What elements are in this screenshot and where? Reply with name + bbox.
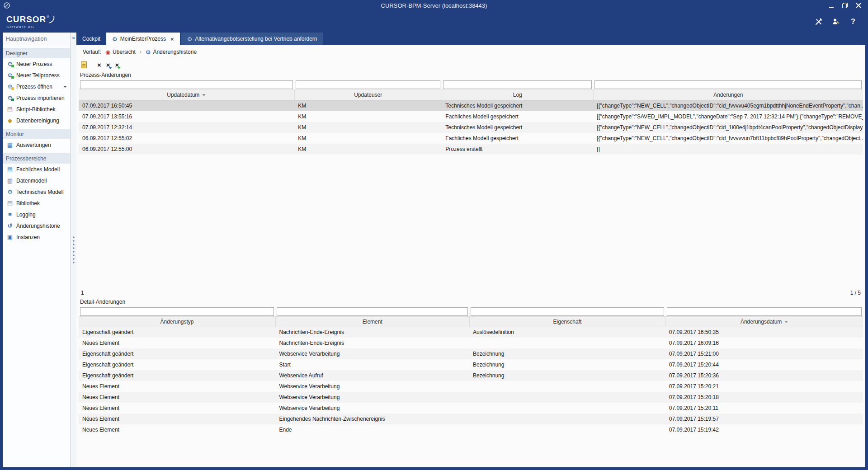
- pagination-bar: 1 1 / 5: [79, 288, 863, 297]
- logo-swoosh-icon: [48, 15, 56, 24]
- technical-model-icon: ⚙: [6, 189, 14, 195]
- process-tab-icon: ⚙: [187, 36, 193, 42]
- tab-meinersterprozess[interactable]: ⚙ MeinErsterProzess ×: [106, 33, 180, 45]
- filter-input-aenderungsdatum[interactable]: [667, 307, 862, 316]
- process-tab-icon: ⚙: [112, 36, 118, 42]
- table-row[interactable]: Eigenschaft geändert Webservice Verarbei…: [79, 348, 863, 359]
- instances-icon: ▣: [6, 234, 14, 240]
- help-icon[interactable]: ?: [848, 17, 858, 27]
- breadcrumb-item-uebersicht[interactable]: ◉ Übersicht: [105, 49, 136, 55]
- page-number[interactable]: 1: [81, 290, 84, 296]
- table-row[interactable]: Neues Element Webservice Verarbeitung 07…: [79, 403, 863, 414]
- tab-alternativangebotserstellung[interactable]: ⚙ Alternativangebotserstellung bei Vertr…: [181, 33, 323, 45]
- column-header-updatedatum[interactable]: Updatedatum: [79, 90, 294, 100]
- column-header-updateuser[interactable]: Updateuser: [294, 90, 442, 100]
- close-button[interactable]: [852, 1, 865, 10]
- sidebar-item-datenmodell[interactable]: ▥ Datenmodell: [3, 175, 70, 186]
- table-row[interactable]: 07.09.2017 16:50:45 KM Technisches Model…: [79, 100, 863, 111]
- table-row[interactable]: 06.09.2017 12:55:00 KM Prozess erstellt …: [79, 144, 863, 155]
- reports-icon: ▦: [6, 142, 14, 148]
- sidebar-item-prozess-oeffnen[interactable]: ⚙ Prozess öffnen: [3, 81, 70, 92]
- table-row[interactable]: Neues Element Eingehendes Nachrichten-Zw…: [79, 414, 863, 424]
- process-changes-title: Prozess-Änderungen: [79, 70, 863, 80]
- grid-toolbar: × × ×: [79, 59, 863, 70]
- content-bottom-space: [79, 435, 863, 467]
- tools-icon[interactable]: [814, 17, 824, 27]
- table-row[interactable]: Neues Element Webservice Verarbeitung 07…: [79, 381, 863, 392]
- table-row[interactable]: Neues Element Ende 07.09.2017 15:19:42: [79, 424, 863, 435]
- new-subprocess-icon: ⚙: [6, 72, 14, 78]
- filter-input-updateuser[interactable]: [296, 80, 440, 89]
- sort-desc-icon: [784, 321, 788, 323]
- clear-icon[interactable]: ×: [97, 61, 101, 68]
- filter-input-log[interactable]: [443, 80, 592, 89]
- window-title: CURSOR-BPM-Server (localhost:38443): [0, 2, 868, 9]
- sidebar-item-instanzen[interactable]: ▣ Instanzen: [3, 231, 70, 243]
- toolbar-divider: [92, 61, 92, 68]
- column-header-aenderungen[interactable]: Änderungen: [593, 90, 863, 100]
- data-cleanup-icon: ◆: [6, 118, 14, 123]
- sidebar-item-logging[interactable]: ≡ Logging: [3, 209, 70, 220]
- splitter-handle[interactable]: [73, 235, 75, 264]
- column-header-aenderungstyp[interactable]: Änderungstyp: [79, 316, 275, 327]
- column-header-eigenschaft[interactable]: Eigenschaft: [469, 316, 665, 327]
- sidebar-item-technisches-modell[interactable]: ⚙ Technisches Modell: [3, 186, 70, 197]
- filter-row: [79, 306, 863, 317]
- app-icon: [3, 1, 11, 9]
- table-row[interactable]: Eigenschaft geändert Webservice Aufruf B…: [79, 370, 863, 381]
- process-changes-table: Updatedatum Updateuser Log Änderungen 07…: [79, 80, 863, 155]
- table-row[interactable]: 07.09.2017 13:55:16 KM Fachliches Modell…: [79, 111, 863, 122]
- filter-input-eigenschaft[interactable]: [471, 307, 664, 316]
- sidebar-item-fachliches-modell[interactable]: ▤ Fachliches Modell: [3, 164, 70, 175]
- detail-changes-table: Änderungstyp Element Eigenschaft Änderun…: [79, 306, 863, 436]
- table-row[interactable]: Neues Element Webservice Verarbeitung 07…: [79, 392, 863, 403]
- tab-cockpit[interactable]: Cockpit: [76, 33, 106, 45]
- filter-row: [79, 80, 863, 90]
- breadcrumb: Verlauf: ◉ Übersicht › ⚙ Änderungshistor…: [79, 45, 863, 59]
- column-header-log[interactable]: Log: [442, 90, 593, 100]
- table-row[interactable]: 06.09.2017 12:55:02 KM Fachliches Modell…: [79, 133, 863, 144]
- table-row[interactable]: Eigenschaft geändert Start Bezeichnung 0…: [79, 359, 863, 370]
- filter-input-updatedatum[interactable]: [80, 80, 293, 89]
- tab-close-icon[interactable]: ×: [170, 36, 174, 42]
- sidebar-item-bibliothek[interactable]: ▤ Bibliothek: [3, 197, 70, 209]
- sidebar: Hauptnavigation Designer ⚙ Neuer Prozess…: [3, 33, 71, 467]
- business-model-icon: ▤: [6, 166, 14, 172]
- sidebar-item-datenbereinigung[interactable]: ◆ Datenbereinigung: [3, 115, 70, 126]
- sidebar-section-prozessbereiche: Prozessbereiche: [3, 153, 70, 164]
- breadcrumb-separator-icon: ›: [140, 49, 142, 55]
- clear-all-filters-icon[interactable]: ×: [115, 61, 119, 68]
- main-content: Cockpit ⚙ MeinErsterProzess × ⚙ Alternat…: [76, 33, 865, 467]
- table-row[interactable]: 07.09.2017 12:32:14 KM Technisches Model…: [79, 122, 863, 133]
- filter-input-element[interactable]: [277, 307, 468, 316]
- restore-button[interactable]: [838, 1, 852, 10]
- brand-name: CURSOR: [6, 15, 46, 24]
- sidebar-item-neuer-teilprozess[interactable]: ⚙ Neuer Teilprozess: [3, 70, 70, 81]
- header-row: Updatedatum Updateuser Log Änderungen: [79, 90, 863, 100]
- export-icon[interactable]: [81, 61, 87, 68]
- brand-subtitle: Software AG: [6, 25, 56, 29]
- table-row[interactable]: Eigenschaft geändert Nachrichten-Ende-Er…: [79, 327, 863, 338]
- sidebar-splitter[interactable]: «: [71, 33, 76, 467]
- open-process-icon: ⚙: [6, 84, 14, 89]
- new-process-icon: ⚙: [6, 61, 14, 67]
- table-row[interactable]: Neues Element Nachrichten-Ende-Ereignis …: [79, 338, 863, 348]
- column-header-aenderungsdatum[interactable]: Änderungsdatum: [665, 316, 863, 327]
- filter-input-aenderungstyp[interactable]: [80, 307, 274, 316]
- clear-filter-icon[interactable]: ×: [106, 61, 110, 68]
- minimize-button[interactable]: [825, 1, 838, 10]
- change-history-icon: ⚙: [146, 49, 151, 55]
- cursor-logo: CURSOR ® Software AG: [6, 15, 56, 29]
- sidebar-item-neuer-prozess[interactable]: ⚙ Neuer Prozess: [3, 58, 70, 70]
- sidebar-item-aenderungshistorie[interactable]: ↺ Änderungshistorie: [3, 220, 70, 231]
- sidebar-item-auswertungen[interactable]: ▦ Auswertungen: [3, 139, 70, 150]
- titlebar: CURSOR-BPM-Server (localhost:38443): [0, 0, 868, 11]
- chevron-down-icon[interactable]: [63, 86, 67, 88]
- column-header-element[interactable]: Element: [275, 316, 469, 327]
- sidebar-item-prozess-importieren[interactable]: ⚙ Prozess importieren: [3, 92, 70, 103]
- collapse-sidebar-icon[interactable]: «: [71, 35, 76, 40]
- breadcrumb-item-aenderungshistorie[interactable]: ⚙ Änderungshistorie: [146, 49, 197, 55]
- filter-input-aenderungen[interactable]: [594, 80, 862, 89]
- sidebar-item-skript-bibliothek[interactable]: ▤ Skript-Bibliothek: [3, 103, 70, 115]
- user-edit-icon[interactable]: [831, 17, 841, 27]
